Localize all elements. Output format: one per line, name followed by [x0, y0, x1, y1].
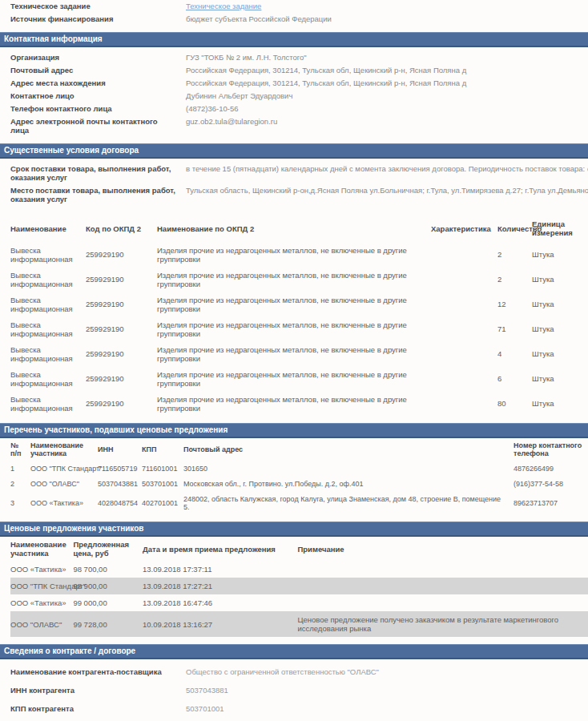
section-header-contact-info: Контактная информация	[0, 32, 588, 47]
info-row: Контактное лицо Дубинин Альберт Эдуардов…	[0, 89, 588, 102]
price-offers-table: Наименование участника Предложенная цена…	[10, 537, 588, 637]
product-row: Вывеска информационная 259929190 Изделия…	[10, 366, 588, 391]
field-value: Дубинин Альберт Эдуардович	[186, 91, 588, 100]
participant-name-cell: ООО "ТПК Стандарт"	[30, 461, 98, 476]
info-row: Место поставки товара, выполнения работ,…	[0, 183, 588, 205]
participant-number-cell: 3	[10, 491, 30, 514]
offer-participant-cell: ООО «Тактика»	[10, 594, 73, 611]
okpd-name-cell: Изделия прочие из недрагоценных металлов…	[157, 341, 431, 366]
participant-address-cell: 248002, область Калужская, город Калуга,…	[183, 491, 513, 514]
tech-task-link[interactable]: Техническое задание	[186, 2, 261, 10]
field-value: Общество с ограниченной ответственностью…	[186, 667, 588, 676]
characteristic-cell	[431, 242, 489, 267]
price-offer-row: ООО "ОЛАВС" 99 728,00 10.09.2018 13:16:2…	[10, 611, 588, 637]
contract-terms-rows: Срок поставки товара, выполнения работ, …	[0, 159, 588, 205]
col-header-note: Примечание	[297, 537, 588, 561]
unit-cell: Штука	[532, 242, 588, 267]
offer-price-cell: 99 000,00	[73, 594, 143, 611]
participant-number-cell: 2	[10, 476, 30, 491]
quantity-cell: 4	[489, 341, 532, 366]
field-label: КПП контрагента	[0, 704, 186, 713]
field-label: Почтовый адрес	[0, 66, 186, 75]
field-label: Срок поставки товара, выполнения работ, …	[0, 164, 186, 182]
offer-datetime-cell: 13.09.2018 16:47:46	[143, 594, 297, 611]
col-header-kpp: КПП	[142, 438, 183, 461]
field-label: Контактное лицо	[0, 91, 186, 100]
participant-address-cell: 301650	[183, 461, 513, 476]
characteristic-cell	[431, 316, 489, 341]
okpd-name-cell: Изделия прочие из недрагоценных металлов…	[157, 391, 431, 416]
field-value: в течение 15 (пятнадцати) календарных дн…	[186, 164, 588, 173]
section-header-participants: Перечень участников, подавших ценовые пр…	[0, 423, 588, 438]
quantity-cell: 2	[489, 242, 532, 267]
field-value: Тульская область, Щекинский р-он,д.Ясная…	[186, 186, 588, 195]
characteristic-cell	[431, 341, 489, 366]
col-header-number: № п/п	[10, 438, 30, 461]
products-table: Наименование Код по ОКПД 2 Наименование …	[10, 213, 588, 416]
participant-phone-cell: 4876266499	[513, 461, 588, 476]
field-value: guz.ob2.tula@tularegion.ru	[186, 117, 588, 126]
participant-name-cell: ООО «Тактика»	[30, 491, 98, 514]
okpd-code-cell: 259929190	[86, 341, 157, 366]
info-row: Почтовый адрес Российская Федерация, 301…	[0, 63, 588, 76]
product-name-cell: Вывеска информационная	[10, 316, 86, 341]
offer-datetime-cell: 10.09.2018 13:16:27	[143, 611, 297, 637]
offer-note-cell	[297, 578, 588, 594]
okpd-name-cell: Изделия прочие из недрагоценных металлов…	[157, 316, 431, 341]
info-row: Телефон контактного лица (4872)36-10-56	[0, 102, 588, 115]
offer-note-cell	[297, 594, 588, 611]
info-row: Адрес электронной почты контактного лица…	[0, 115, 588, 136]
quantity-cell: 80	[489, 391, 532, 416]
okpd-code-cell: 259929190	[86, 242, 157, 267]
quantity-cell: 2	[489, 267, 532, 292]
field-value: (4872)36-10-56	[186, 104, 588, 113]
funding-row: Источник финансирования бюджет субъекта …	[0, 12, 588, 25]
participant-phone-cell: 89623713707	[513, 491, 588, 514]
offer-datetime-cell: 13.09.2018 17:27:21	[143, 578, 297, 594]
offer-price-cell: 99 728,00	[73, 611, 143, 637]
field-label: Адрес электронной почты контактного лица	[0, 117, 186, 135]
col-header-offer-datetime: Дата и время приема предложения	[143, 537, 297, 561]
contact-info-rows: Организация ГУЗ "ТОКБ № 2 им. Л.Н. Толст…	[0, 47, 588, 136]
col-header-offer-participant: Наименование участника	[10, 537, 73, 561]
field-value: Российская Федерация, 301214, Тульская о…	[186, 79, 588, 87]
unit-cell: Штука	[532, 292, 588, 316]
info-row: Цена контракта, руб 97 728,00	[0, 718, 588, 721]
info-row: Организация ГУЗ "ТОКБ № 2 им. Л.Н. Толст…	[0, 50, 588, 63]
okpd-name-cell: Изделия прочие из недрагоценных металлов…	[157, 366, 431, 391]
field-label: Место поставки товара, выполнения работ,…	[0, 186, 186, 203]
price-offers-table-header: Наименование участника Предложенная цена…	[10, 537, 588, 561]
col-header-participant-name: Наименование участника	[30, 438, 98, 461]
product-row: Вывеска информационная 259929190 Изделия…	[10, 316, 588, 341]
participant-row: 2 ООО "ОЛАВС" 5037043881 503701001 Моско…	[10, 476, 588, 491]
okpd-code-cell: 259929190	[86, 316, 157, 341]
product-name-cell: Вывеска информационная	[10, 366, 86, 391]
participant-row: 1 ООО "ТПК Стандарт" 7116505719 71160100…	[10, 461, 588, 476]
info-row: Срок поставки товара, выполнения работ, …	[0, 162, 588, 183]
unit-cell: Штука	[532, 366, 588, 391]
section-header-price-offers: Ценовые предложения участников	[0, 522, 588, 537]
product-row: Вывеска информационная 259929190 Изделия…	[10, 391, 588, 416]
field-value: 503701001	[186, 704, 588, 713]
offer-datetime-cell: 13.09.2018 17:37:11	[143, 561, 297, 578]
info-row: ИНН контрагента 5037043881	[0, 681, 588, 699]
price-offers-table-body: ООО «Тактика» 98 700,00 13.09.2018 17:37…	[10, 561, 588, 637]
quantity-cell: 12	[489, 292, 532, 316]
characteristic-cell	[431, 391, 489, 416]
participant-kpp-cell: 711601001	[142, 461, 183, 476]
col-header-offered-price: Предложенная цена, руб	[73, 537, 143, 561]
col-header-characteristic: Характеристика	[431, 213, 489, 242]
section-header-contract-info: Сведения о контракте / договоре	[0, 644, 588, 659]
field-label: Наименование контрагента-поставщика	[0, 667, 186, 676]
offer-note-cell	[297, 561, 588, 578]
field-label: ИНН контрагента	[0, 686, 186, 695]
field-value: ГУЗ "ТОКБ № 2 им. Л.Н. Толстого"	[186, 53, 588, 62]
field-value: 5037043881	[186, 686, 588, 695]
participant-kpp-cell: 503701001	[142, 476, 183, 491]
funding-value: бюджет субъекта Российской Федерации	[186, 14, 588, 23]
product-row: Вывеска информационная 259929190 Изделия…	[10, 292, 588, 316]
section-header-contract-terms: Существенные условия договора	[0, 143, 588, 159]
col-header-postal-address: Почтовый адрес	[183, 438, 513, 461]
field-label: Телефон контактного лица	[0, 104, 186, 113]
offer-price-cell: 98 700,00	[73, 561, 143, 578]
